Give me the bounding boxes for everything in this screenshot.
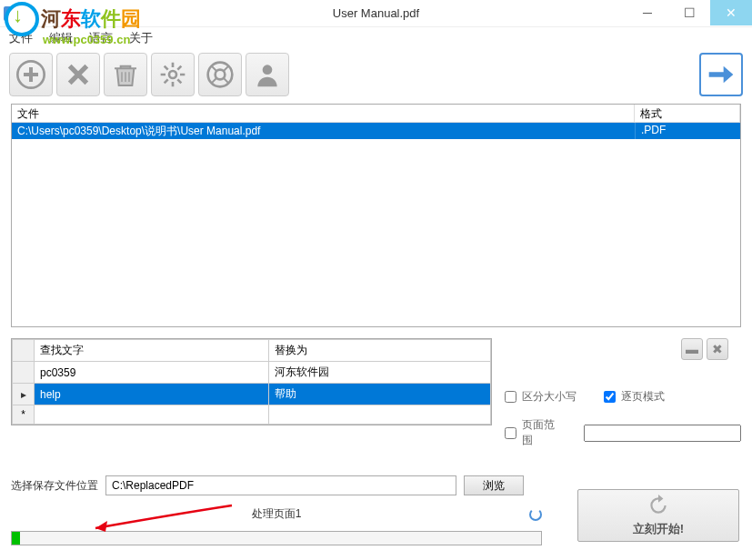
- minus-icon: ▬: [686, 342, 698, 356]
- arrow-right-icon: [707, 60, 736, 89]
- plus-icon: [16, 60, 45, 89]
- progress-label: 处理页面1: [252, 507, 302, 520]
- case-sensitive-label: 区分大小写: [522, 389, 577, 405]
- trash-icon: [111, 60, 140, 89]
- menu-about[interactable]: 关于: [129, 30, 153, 46]
- menu-edit[interactable]: 编辑: [49, 30, 73, 46]
- help-button[interactable]: [198, 53, 242, 96]
- replace-cell[interactable]: 帮助: [268, 384, 490, 405]
- page-range-option[interactable]: 页面范围: [505, 417, 556, 448]
- spinner-icon: [529, 508, 542, 521]
- rowhead-corner: [13, 340, 35, 362]
- case-sensitive-checkbox[interactable]: [505, 391, 516, 403]
- page-mode-option[interactable]: 逐页模式: [604, 389, 665, 405]
- app-icon: [4, 6, 18, 21]
- header-replace[interactable]: 替换为: [268, 340, 490, 362]
- gear-icon: [158, 60, 187, 89]
- row-marker: ▸: [13, 384, 35, 405]
- svg-point-4: [263, 65, 273, 75]
- replace-row[interactable]: ▸ help 帮助: [13, 384, 491, 405]
- toolbar: [0, 49, 752, 100]
- maximize-button[interactable]: [668, 0, 710, 25]
- header-find[interactable]: 查找文字: [35, 340, 269, 362]
- delete-button[interactable]: [104, 53, 147, 96]
- progress-fill: [12, 532, 20, 545]
- remove-button[interactable]: [56, 53, 100, 96]
- window-controls: [627, 0, 752, 25]
- start-toolbar-button[interactable]: [699, 53, 743, 96]
- page-range-checkbox[interactable]: [505, 427, 516, 439]
- save-location-label: 选择保存文件位置: [11, 478, 98, 494]
- person-icon: [253, 60, 282, 89]
- x-small-icon: ✖: [712, 342, 723, 356]
- lifebuoy-icon: [206, 60, 235, 89]
- browse-button[interactable]: 浏览: [464, 475, 524, 495]
- replace-cell[interactable]: [268, 405, 490, 425]
- svg-point-1: [169, 71, 176, 78]
- titlebar: User Manual.pdf: [0, 0, 752, 27]
- svg-point-3: [216, 70, 226, 80]
- menu-language[interactable]: 语言: [89, 30, 113, 46]
- page-mode-checkbox[interactable]: [604, 391, 616, 403]
- start-button-label: 立刻开始!: [633, 521, 684, 537]
- replace-row[interactable]: pc0359 河东软件园: [13, 362, 491, 384]
- x-icon: [64, 60, 93, 89]
- minimize-button[interactable]: [627, 0, 668, 25]
- replace-cell[interactable]: 河东软件园: [268, 362, 490, 384]
- refresh-icon: [647, 494, 670, 517]
- file-list-header: 文件 格式: [12, 105, 740, 123]
- case-sensitive-option[interactable]: 区分大小写: [505, 389, 577, 405]
- header-format[interactable]: 格式: [635, 105, 740, 122]
- header-file[interactable]: 文件: [12, 105, 635, 122]
- find-cell[interactable]: help: [35, 384, 269, 405]
- menubar: 文件 编辑 语言 关于: [0, 27, 752, 49]
- progress-bar: [11, 531, 542, 545]
- start-button[interactable]: 立刻开始!: [577, 489, 739, 542]
- row-marker: [13, 362, 35, 384]
- row-marker: *: [13, 405, 35, 425]
- file-format-cell: .PDF: [635, 123, 740, 139]
- add-button[interactable]: [9, 53, 53, 96]
- user-button[interactable]: [246, 53, 289, 96]
- menu-file[interactable]: 文件: [9, 30, 33, 46]
- page-range-input[interactable]: [584, 425, 741, 442]
- settings-button[interactable]: [151, 53, 195, 96]
- close-button[interactable]: [710, 0, 752, 25]
- file-list: 文件 格式 C:\Users\pc0359\Desktop\说明书\User M…: [11, 104, 741, 327]
- options-panel: 区分大小写 逐页模式 页面范围: [505, 362, 741, 448]
- window-title: User Manual.pdf: [333, 6, 419, 20]
- replace-row[interactable]: *: [13, 405, 491, 425]
- find-cell[interactable]: [35, 405, 269, 425]
- remove-row-button[interactable]: ▬: [681, 338, 703, 360]
- file-row[interactable]: C:\Users\pc0359\Desktop\说明书\User Manual.…: [12, 123, 740, 139]
- save-path-input[interactable]: [105, 475, 456, 495]
- find-cell[interactable]: pc0359: [35, 362, 269, 384]
- page-range-label: 页面范围: [522, 417, 556, 448]
- file-path-cell: C:\Users\pc0359\Desktop\说明书\User Manual.…: [12, 123, 635, 139]
- clear-rows-button[interactable]: ✖: [707, 338, 728, 360]
- page-mode-label: 逐页模式: [621, 389, 665, 405]
- replace-table: 查找文字 替换为 pc0359 河东软件园 ▸ help 帮助 *: [11, 338, 492, 425]
